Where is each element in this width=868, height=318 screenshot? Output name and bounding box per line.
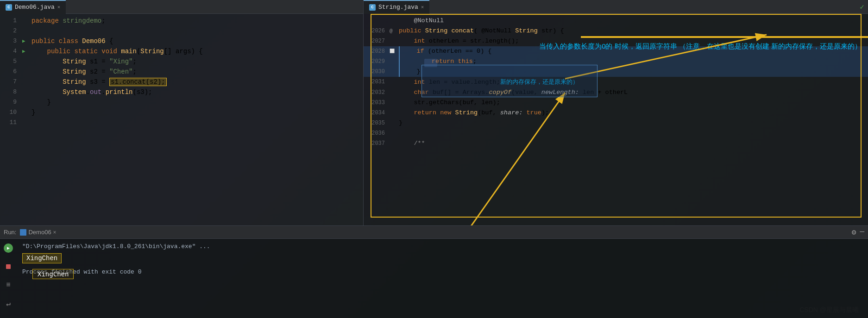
line-code-3: public class Demo06 { [31, 36, 363, 46]
string-line-2031: 2031 int len = value.length;新的内存保存，还是原来的… [364, 77, 868, 87]
line-arrow-3: ▶ [22, 36, 31, 46]
string-line-2033: 2033 str.getChars(buf, len); [364, 98, 868, 108]
run-tab-demo06[interactable]: Demo06 × [20, 229, 56, 236]
run-command-text: "D:\ProgramFiles\Java\jdk1.8.0_261\bin\j… [22, 243, 210, 250]
run-controls: ⚙ — [852, 228, 864, 237]
left-code-editor: 1 package stringdemo; 2 3 ▶ publi [0, 14, 363, 225]
code-line-1: 1 package stringdemo; [0, 16, 363, 26]
line-number-2: 2 [0, 26, 22, 36]
string-code-2032: char buf[] = Arrays.copyOf(value, newLen… [399, 87, 868, 98]
string-linenum-2036: 2036 [364, 128, 390, 138]
string-code-lines: @NotNull 2026 @ public String concat( @N… [364, 14, 868, 150]
run-exit-line: Process finished with exit code 0 [19, 265, 868, 276]
string-line-notnull: @NotNull [364, 16, 868, 26]
run-panel: Run: Demo06 × ⚙ — ▶ [0, 225, 868, 318]
code-line-10: 10 } [0, 107, 363, 118]
string-linenum-2029: 2029 [364, 56, 390, 67]
minimize-icon[interactable]: — [860, 228, 864, 237]
stop-icon [5, 263, 12, 270]
left-panel: C Demo06.java × 1 package stringdemo; [0, 0, 364, 225]
line-number-3: 3 [0, 36, 22, 46]
code-line-3: 3 ▶ public class Demo06 { [0, 36, 363, 46]
string-linenum-2026: 2026 [364, 26, 390, 36]
line-number-7: 7 [0, 77, 22, 87]
string-linenum-2034: 2034 [364, 108, 390, 118]
line-code-1: package stringdemo; [31, 16, 363, 26]
string-line-2032: 2032 char buf[] = Arrays.copyOf(value, n… [364, 87, 868, 98]
line-number-9: 9 [0, 97, 22, 107]
code-line-4: 4 ▶ public static void main(String[] arg… [0, 46, 363, 56]
string-linenum-2027: 2027 [364, 36, 390, 46]
line-number-5: 5 [0, 56, 22, 67]
run-play-button[interactable]: ▶ [4, 243, 13, 253]
annotation-box [581, 36, 868, 38]
run-tab-bar: Run: Demo06 × ⚙ — [0, 226, 868, 239]
string-linenum-2028: 2028 [364, 46, 390, 56]
run-command-line: "D:\ProgramFiles\Java\jdk1.8.0_261\bin\j… [19, 243, 868, 250]
string-code-2035: } [399, 118, 868, 128]
string-icon-2026: @ [390, 26, 399, 36]
run-output-line: XingChen [19, 251, 868, 264]
string-line-2029: 2029 return this; [364, 56, 868, 67]
output-xingchen: XingChen [22, 253, 62, 263]
run-content: ▶ ≡ ↵ "D:\ProgramFiles\Java\jdk1.8.0_261… [0, 239, 868, 318]
tab-demo06[interactable]: C Demo06.java × [0, 0, 66, 14]
tab-string[interactable]: C String.java × [364, 0, 429, 14]
string-line-2037: 2037 /** [364, 138, 868, 149]
string-code-2033: str.getChars(buf, len); [399, 98, 868, 108]
line-number-4: 4 [0, 46, 22, 56]
run-scroll-button[interactable]: ≡ [4, 281, 13, 290]
code-line-7: 7 String s3 = s1.concat(s2); [0, 77, 363, 87]
tab-demo06-close[interactable]: × [57, 5, 61, 10]
line-number-8: 8 [0, 87, 22, 97]
line-code-7: String s3 = s1.concat(s2); [31, 77, 363, 87]
string-line-2036: 2036 [364, 128, 868, 138]
line-number-1: 1 [0, 16, 22, 26]
tab-string-close[interactable]: × [421, 5, 424, 10]
run-exit-text: Process finished with exit code 0 [22, 268, 141, 275]
string-icon-2028: ⬜ [390, 46, 399, 56]
code-line-6: 6 String s2 = "Chen"; [0, 67, 363, 77]
string-linenum-2032: 2032 [364, 87, 390, 98]
string-line-2026: 2026 @ public String concat( @NotNull St… [364, 26, 868, 36]
string-code-2026: public String concat( @NotNull String st… [399, 26, 868, 36]
code-line-9: 9 } [0, 97, 363, 107]
string-linenum-2035: 2035 [364, 118, 390, 128]
line-code-8: System.out.println(s3); [31, 87, 363, 97]
string-linenum-2033: 2033 [364, 98, 390, 108]
left-tab-bar: C Demo06.java × [0, 0, 363, 14]
string-linenum-2030: 2030 [364, 67, 390, 77]
line-code-5: String s1 = "Xing"; [31, 56, 363, 67]
string-code-2030: } [399, 67, 868, 77]
string-code-2029: return this; [399, 56, 868, 67]
run-tab-icon [20, 229, 26, 236]
tab-demo06-label: Demo06.java [15, 4, 55, 11]
line-number-11: 11 [0, 118, 22, 128]
editor-area: C Demo06.java × 1 package stringdemo; [0, 0, 868, 225]
line-arrow-4: ▶ [22, 46, 31, 56]
run-stop-button[interactable] [4, 262, 13, 271]
svg-rect-3 [6, 264, 11, 269]
code-line-8: 8 System.out.println(s3); [0, 87, 363, 97]
chinese-annotation: 当传入的参数长度为0的 时候，返回原字符串 （注意，在这里也是没有创建 新的内存… [539, 41, 862, 52]
string-code-2034: return new String(buf, share: true); [399, 108, 868, 118]
tab-string-label: String.java [378, 4, 418, 11]
right-panel: C String.java × ✓ @NotNull [364, 0, 868, 225]
right-tab-bar: C String.java × ✓ [364, 0, 868, 14]
main-container: C Demo06.java × 1 package stringdemo; [0, 0, 868, 318]
run-side-buttons: ▶ ≡ ↵ [4, 243, 19, 308]
run-tab-close[interactable]: × [53, 229, 57, 236]
run-wrap-button[interactable]: ↵ [4, 299, 13, 308]
line-code-6: String s2 = "Chen"; [31, 67, 363, 77]
run-tab-label: Demo06 [28, 229, 51, 236]
string-linenum-2037: 2037 [364, 138, 390, 149]
settings-icon[interactable]: ⚙ [852, 228, 856, 237]
code-line-2: 2 [0, 26, 363, 36]
line-code-10: } [31, 107, 363, 118]
java-file-icon: C [6, 4, 12, 11]
string-code-notnull: @NotNull [399, 16, 868, 26]
string-linenum-2031: 2031 [364, 77, 390, 87]
checkmark-right: ✓ [860, 2, 864, 12]
string-line-2030: 2030 } [364, 67, 868, 77]
run-output-area: "D:\ProgramFiles\Java\jdk1.8.0_261\bin\j… [19, 243, 868, 276]
